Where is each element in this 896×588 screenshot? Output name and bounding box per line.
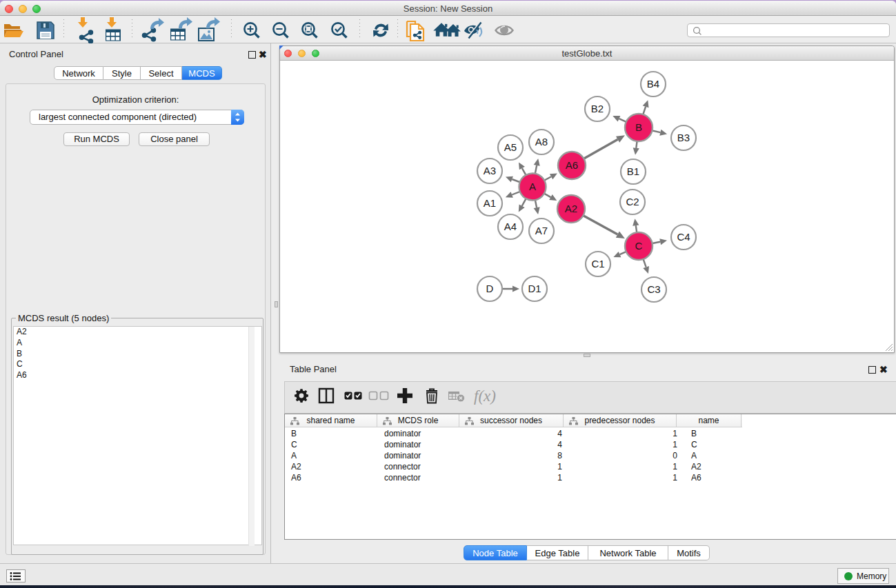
svg-text:D: D (486, 283, 494, 294)
svg-text:B3: B3 (677, 132, 690, 143)
svg-text:B2: B2 (591, 103, 604, 114)
svg-text:A7: A7 (535, 225, 548, 236)
svg-text:C1: C1 (591, 258, 604, 270)
svg-text:B: B (635, 121, 642, 133)
svg-text:C2: C2 (626, 196, 639, 207)
svg-text:A2: A2 (565, 203, 577, 214)
svg-text:B4: B4 (647, 78, 659, 90)
svg-text:A3: A3 (484, 165, 496, 176)
svg-text:A4: A4 (504, 221, 517, 232)
svg-text:D1: D1 (528, 283, 541, 294)
svg-text:A1: A1 (484, 197, 496, 209)
svg-text:f(x): f(x) (474, 387, 496, 405)
svg-text:B1: B1 (627, 165, 639, 177)
svg-text:C4: C4 (677, 231, 690, 243)
svg-text:A5: A5 (504, 141, 517, 153)
svg-text:C: C (635, 240, 643, 252)
svg-text:A: A (529, 181, 536, 192)
svg-text:A6: A6 (566, 159, 578, 171)
svg-text:C3: C3 (647, 283, 660, 295)
svg-text:A8: A8 (535, 136, 548, 148)
